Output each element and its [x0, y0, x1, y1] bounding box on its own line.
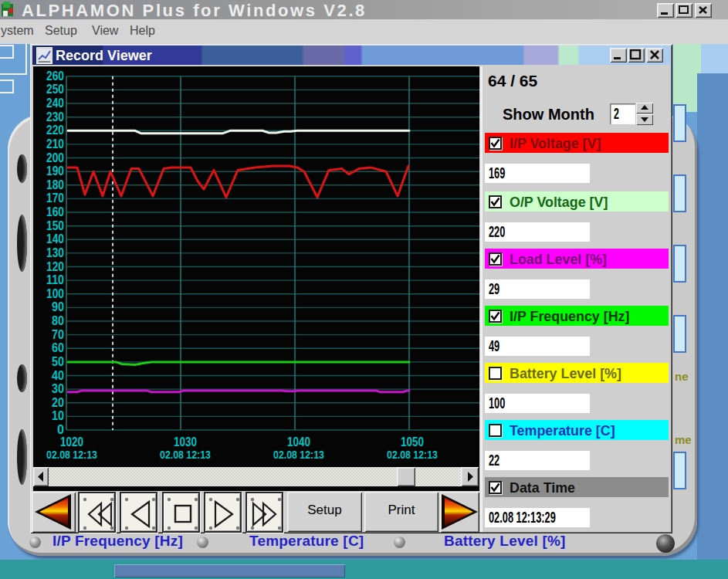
svg-text:190: 190 [46, 164, 64, 178]
svg-text:230: 230 [46, 110, 64, 124]
svg-text:260: 260 [46, 69, 64, 83]
svg-text:02.08 12:13: 02.08 12:13 [46, 448, 97, 461]
svg-text:40: 40 [52, 368, 64, 383]
svg-text:160: 160 [46, 205, 64, 219]
svg-text:70: 70 [52, 327, 64, 342]
svg-text:02.08 12:13: 02.08 12:13 [160, 448, 211, 461]
svg-text:250: 250 [46, 82, 64, 96]
svg-text:170: 170 [46, 191, 64, 205]
svg-text:180: 180 [46, 178, 64, 192]
svg-text:02.08 12:13: 02.08 12:13 [273, 448, 324, 461]
svg-text:80: 80 [52, 313, 64, 328]
svg-text:1050: 1050 [401, 435, 424, 449]
svg-text:210: 210 [46, 137, 64, 151]
svg-text:02.08 12:13: 02.08 12:13 [387, 448, 438, 461]
svg-text:140: 140 [46, 232, 64, 246]
svg-text:50: 50 [52, 354, 64, 369]
svg-text:30: 30 [52, 381, 64, 396]
svg-text:1020: 1020 [60, 435, 83, 449]
svg-text:1040: 1040 [287, 435, 310, 449]
svg-text:110: 110 [46, 273, 64, 287]
svg-text:90: 90 [52, 300, 64, 314]
svg-text:130: 130 [46, 245, 64, 260]
svg-text:220: 220 [46, 123, 64, 137]
svg-text:60: 60 [52, 340, 64, 355]
svg-text:1030: 1030 [174, 435, 197, 449]
svg-text:100: 100 [46, 286, 64, 301]
svg-text:150: 150 [46, 218, 64, 233]
svg-text:200: 200 [46, 151, 64, 165]
svg-text:240: 240 [46, 96, 64, 110]
svg-text:20: 20 [52, 395, 64, 410]
svg-text:120: 120 [46, 259, 64, 274]
svg-text:10: 10 [52, 408, 64, 423]
